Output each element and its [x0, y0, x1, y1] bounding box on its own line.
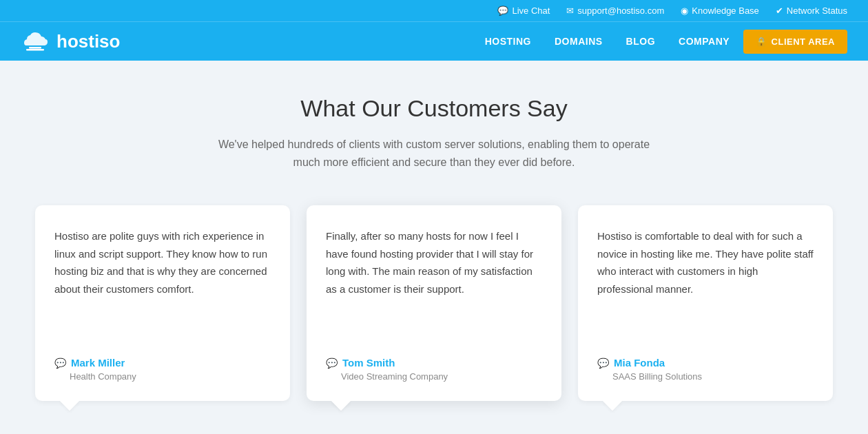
section-title: What Our Customers Say — [21, 95, 847, 122]
live-chat-label: Live Chat — [512, 6, 550, 16]
section-subtitle: We've helped hundreds of clients with cu… — [207, 136, 661, 171]
subtitle-line2: much more efficient and secure than they… — [293, 156, 575, 168]
speech-bubble-2 — [331, 391, 351, 411]
author-name-2: 💬 Tom Smith — [326, 357, 542, 369]
network-status-link[interactable]: ✔ Network Status — [776, 6, 847, 16]
testimonial-text-2: Finally, after so many hosts for now I f… — [326, 227, 542, 324]
author-chat-icon-1: 💬 — [54, 358, 66, 369]
client-area-label: CLIENT AREA — [772, 37, 835, 47]
testimonial-card-1: Hostiso are polite guys with rich experi… — [35, 205, 290, 401]
testimonial-author-2: 💬 Tom Smith Video Streaming Company — [326, 346, 542, 382]
client-area-button[interactable]: 🔒 CLIENT AREA — [743, 30, 847, 54]
testimonial-card-2: Finally, after so many hosts for now I f… — [307, 205, 561, 401]
nav-hosting[interactable]: HOSTING — [475, 30, 541, 52]
svg-rect-0 — [29, 47, 41, 49]
network-status-label: Network Status — [787, 6, 847, 16]
author-name-1: 💬 Mark Miller — [54, 357, 271, 369]
author-company-1: Health Company — [54, 371, 271, 382]
testimonial-card-3: Hostiso is comfortable to deal with for … — [578, 205, 833, 401]
nav-company[interactable]: COMPANY — [669, 30, 739, 52]
testimonial-author-3: 💬 Mia Fonda SAAS Billing Solutions — [597, 346, 814, 382]
author-company-2: Video Streaming Company — [326, 371, 542, 382]
logo-text: hostiso — [56, 31, 120, 52]
testimonial-author-1: 💬 Mark Miller Health Company — [54, 346, 271, 382]
lock-icon: 🔒 — [756, 37, 767, 47]
speech-bubble-3 — [603, 391, 622, 411]
author-chat-icon-2: 💬 — [326, 358, 338, 369]
live-chat-icon: 💬 — [497, 6, 508, 16]
main-content: What Our Customers Say We've helped hund… — [0, 61, 868, 428]
author-company-3: SAAS Billing Solutions — [597, 371, 814, 382]
network-icon: ✔ — [776, 6, 783, 16]
subtitle-line1: We've helped hundreds of clients with cu… — [218, 138, 650, 150]
author-name-3: 💬 Mia Fonda — [597, 357, 814, 369]
testimonials-container: Hostiso are polite guys with rich experi… — [21, 205, 847, 401]
main-nav: hostiso HOSTING DOMAINS BLOG COMPANY 🔒 C… — [0, 22, 868, 61]
live-chat-link[interactable]: 💬 Live Chat — [497, 6, 550, 16]
svg-rect-1 — [26, 49, 44, 51]
email-link[interactable]: ✉ support@hostiso.com — [566, 6, 664, 16]
email-icon: ✉ — [566, 6, 574, 16]
testimonial-text-3: Hostiso is comfortable to deal with for … — [597, 227, 814, 324]
logo-icon — [21, 30, 50, 52]
knowledge-base-label: Knowledge Base — [692, 6, 759, 16]
nav-domains[interactable]: DOMAINS — [545, 30, 612, 52]
email-label: support@hostiso.com — [577, 6, 664, 16]
top-bar: 💬 Live Chat ✉ support@hostiso.com ◉ Know… — [0, 0, 868, 22]
logo[interactable]: hostiso — [21, 30, 120, 52]
speech-bubble-1 — [60, 391, 79, 411]
author-chat-icon-3: 💬 — [597, 358, 609, 369]
testimonial-text-1: Hostiso are polite guys with rich experi… — [54, 227, 271, 324]
nav-blog[interactable]: BLOG — [617, 30, 665, 52]
knowledge-base-link[interactable]: ◉ Knowledge Base — [681, 6, 759, 16]
knowledge-icon: ◉ — [681, 6, 688, 16]
